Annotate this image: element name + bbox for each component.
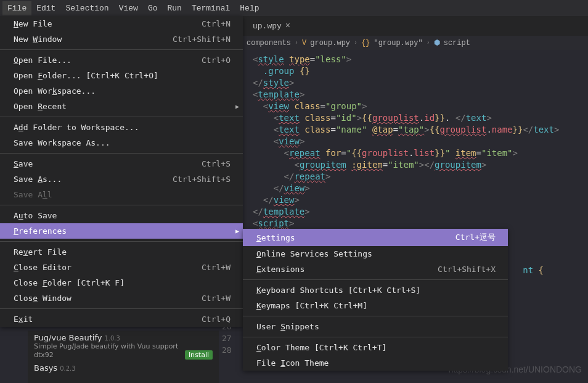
tab-label: up.wpy bbox=[253, 22, 282, 31]
menu-item-auto-save[interactable]: Auto Save bbox=[0, 208, 243, 223]
menu-item-open-file[interactable]: Open File...Ctrl+O bbox=[0, 52, 243, 68]
menu-item-label: Add Folder to Workspace... bbox=[14, 123, 139, 132]
menu-item-label: Keymaps [Ctrl+K Ctrl+M] bbox=[256, 301, 367, 310]
menu-item-shortcut: Ctrl+S bbox=[202, 159, 231, 168]
braces-icon: {} bbox=[361, 39, 370, 47]
menu-item-save-all: Save All bbox=[0, 187, 243, 202]
menu-item-label: Open File... bbox=[14, 56, 71, 65]
breadcrumb-file[interactable]: group.wpy bbox=[310, 39, 350, 47]
menu-item-label: Save bbox=[14, 159, 33, 168]
menu-item-label: Color Theme [Ctrl+K Ctrl+T] bbox=[256, 343, 386, 352]
menu-item-label: New Window bbox=[14, 35, 62, 44]
menu-divider bbox=[243, 279, 508, 280]
extension-list: Pug/vue Beautify1.0.3 Simple Pug/Jade be… bbox=[28, 331, 219, 383]
menu-item-label: Close Folder [Ctrl+K F] bbox=[14, 278, 125, 287]
menu-item-label: File Icon Theme bbox=[256, 358, 329, 368]
menu-item-shortcut: Ctrl+O bbox=[202, 56, 231, 65]
menu-divider bbox=[0, 153, 243, 154]
menu-item-shortcut: Ctrl+Shift+N bbox=[173, 35, 231, 44]
menubar-run[interactable]: Run bbox=[162, 1, 186, 15]
menu-item-new-window[interactable]: New WindowCtrl+Shift+N bbox=[0, 31, 243, 47]
chevron-right-icon: › bbox=[354, 39, 357, 46]
breadcrumb-script[interactable]: script bbox=[444, 39, 470, 47]
menu-item-label: New File bbox=[14, 19, 52, 28]
menubar-help[interactable]: Help bbox=[235, 1, 264, 15]
menu-item-label: Close Editor bbox=[14, 263, 71, 272]
menu-item-label: Open Folder... [Ctrl+K Ctrl+O] bbox=[14, 71, 158, 80]
tab-group-wpy[interactable]: up.wpy × bbox=[247, 16, 296, 36]
menu-item-save-workspace-as[interactable]: Save Workspace As... bbox=[0, 135, 243, 150]
menu-item-shortcut: Ctrl+Q bbox=[202, 315, 231, 324]
menu-item-new-file[interactable]: New FileCtrl+N bbox=[0, 16, 243, 31]
menu-item-exit[interactable]: ExitCtrl+Q bbox=[0, 311, 243, 327]
menu-item-shortcut: Ctrl+Shift+X bbox=[438, 265, 496, 274]
menu-item-label: User Snippets bbox=[256, 322, 319, 331]
menu-item-shortcut: Ctrl+Shift+S bbox=[173, 175, 231, 184]
menubar-edit[interactable]: Edit bbox=[31, 1, 60, 15]
preferences-submenu: SettingsCtrl+逗号Online Services SettingsE… bbox=[243, 229, 508, 371]
chevron-right-icon: ▶ bbox=[235, 103, 239, 110]
close-icon[interactable]: × bbox=[285, 21, 290, 31]
menu-item-preferences[interactable]: Preferences▶ bbox=[0, 223, 243, 239]
menu-item-label: Settings bbox=[256, 233, 295, 242]
menu-item-add-folder-to-workspace[interactable]: Add Folder to Workspace... bbox=[0, 120, 243, 135]
extension-item[interactable]: Basys0.2.3 bbox=[34, 363, 213, 373]
menu-divider bbox=[0, 205, 243, 205]
menu-divider bbox=[0, 308, 243, 309]
cube-icon: ⬢ bbox=[434, 38, 440, 47]
menu-item-open-folder-ctrl-k-ctrl-o[interactable]: Open Folder... [Ctrl+K Ctrl+O] bbox=[0, 68, 243, 83]
menu-item-color-theme-ctrl-k-ctrl-t[interactable]: Color Theme [Ctrl+K Ctrl+T] bbox=[243, 340, 508, 355]
vue-icon: V bbox=[302, 39, 306, 47]
menu-item-label: Keyboard Shortcuts [Ctrl+K Ctrl+S] bbox=[256, 286, 420, 295]
menu-item-label: Auto Save bbox=[14, 211, 57, 220]
menu-item-open-recent[interactable]: Open Recent▶ bbox=[0, 99, 243, 114]
install-button[interactable]: Install bbox=[185, 350, 213, 360]
menu-item-shortcut: Ctrl+W bbox=[202, 263, 231, 272]
menu-item-online-services-settings[interactable]: Online Services Settings bbox=[243, 246, 508, 262]
menu-item-label: Preferences bbox=[14, 226, 67, 236]
menubar: File Edit Selection View Go Run Terminal… bbox=[0, 0, 588, 16]
menu-item-save-as[interactable]: Save As...Ctrl+Shift+S bbox=[0, 171, 243, 187]
menu-item-label: Open Recent bbox=[14, 102, 67, 111]
menubar-terminal[interactable]: Terminal bbox=[187, 1, 235, 15]
menu-item-label: Save As... bbox=[14, 175, 62, 184]
file-menu-dropdown: New FileCtrl+NNew WindowCtrl+Shift+NOpen… bbox=[0, 16, 243, 327]
chevron-right-icon: › bbox=[427, 39, 430, 46]
chevron-right-icon: › bbox=[295, 39, 298, 46]
menu-item-shortcut: Ctrl+W bbox=[202, 294, 231, 303]
menu-item-close-folder-ctrl-k-f[interactable]: Close Folder [Ctrl+K F] bbox=[0, 275, 243, 290]
menu-item-label: Close Window bbox=[14, 294, 71, 303]
menu-divider bbox=[243, 316, 508, 316]
menu-divider bbox=[0, 241, 243, 242]
menu-item-keyboard-shortcuts-ctrl-k-ctrl-s[interactable]: Keyboard Shortcuts [Ctrl+K Ctrl+S] bbox=[243, 282, 508, 298]
menu-item-shortcut: Ctrl+N bbox=[202, 19, 231, 28]
menubar-view[interactable]: View bbox=[114, 1, 143, 15]
menubar-selection[interactable]: Selection bbox=[60, 1, 113, 15]
menu-item-close-window[interactable]: Close WindowCtrl+W bbox=[0, 290, 243, 306]
menu-divider bbox=[0, 117, 243, 117]
menu-item-settings[interactable]: SettingsCtrl+逗号 bbox=[243, 229, 508, 246]
menubar-go[interactable]: Go bbox=[143, 1, 163, 15]
menu-item-revert-file[interactable]: Revert File bbox=[0, 244, 243, 260]
menu-item-user-snippets[interactable]: User Snippets bbox=[243, 319, 508, 334]
breadcrumb-components[interactable]: components bbox=[247, 39, 291, 47]
menu-item-label: Extensions bbox=[256, 265, 304, 274]
chevron-right-icon: ▶ bbox=[235, 228, 239, 234]
menu-divider bbox=[243, 337, 508, 337]
menu-item-label: Save Workspace As... bbox=[14, 138, 110, 147]
menu-item-close-editor[interactable]: Close EditorCtrl+W bbox=[0, 260, 243, 275]
menu-item-label: Save All bbox=[14, 190, 52, 199]
menu-divider bbox=[0, 49, 243, 50]
menu-item-keymaps-ctrl-k-ctrl-m[interactable]: Keymaps [Ctrl+K Ctrl+M] bbox=[243, 298, 508, 313]
menu-item-save[interactable]: SaveCtrl+S bbox=[0, 156, 243, 171]
menu-item-shortcut: Ctrl+逗号 bbox=[455, 232, 496, 243]
breadcrumb-symbol[interactable]: "group.wpy" bbox=[374, 39, 422, 47]
menu-item-open-workspace[interactable]: Open Workspace... bbox=[0, 83, 243, 99]
menu-item-label: Open Workspace... bbox=[14, 86, 96, 96]
menubar-file[interactable]: File bbox=[2, 1, 31, 15]
menu-item-label: Revert File bbox=[14, 247, 67, 257]
menu-item-file-icon-theme[interactable]: File Icon Theme bbox=[243, 355, 508, 371]
extension-item[interactable]: Pug/vue Beautify1.0.3 Simple Pug/Jade be… bbox=[34, 333, 213, 360]
menu-item-label: Online Services Settings bbox=[256, 249, 372, 258]
menu-item-extensions[interactable]: ExtensionsCtrl+Shift+X bbox=[243, 262, 508, 277]
